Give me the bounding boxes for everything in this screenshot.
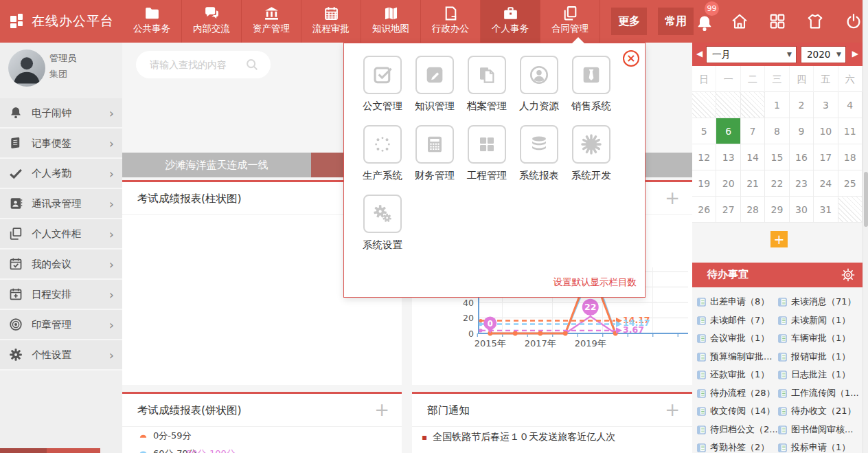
calendar-day-24[interactable]: 24 bbox=[814, 170, 838, 197]
calendar-day-4[interactable]: 4 bbox=[838, 92, 863, 118]
calendar-day-19[interactable]: 19 bbox=[692, 170, 716, 197]
popup-tile-生产系统[interactable]: 生产系统 bbox=[356, 125, 409, 182]
nav-item-资产管理[interactable]: 资产管理 bbox=[242, 0, 301, 43]
nav-item-合同管理[interactable]: 合同管理 bbox=[540, 0, 600, 43]
calendar-day-20[interactable]: 20 bbox=[716, 170, 740, 197]
todo-item[interactable]: 待归档公文（2... bbox=[696, 421, 777, 439]
nav-item-行政办公[interactable]: 行政办公 bbox=[421, 0, 481, 43]
sidebar-item-个人文件柜[interactable]: 个人文件柜 › bbox=[0, 219, 122, 250]
todo-item[interactable]: 车辆审批（1） bbox=[777, 329, 858, 348]
todo-item[interactable]: 日志批注（1） bbox=[777, 366, 858, 384]
calendar-next-icon[interactable]: ▶ bbox=[852, 49, 858, 58]
month-select[interactable]: 一月 ▼ bbox=[706, 46, 797, 63]
calendar-day-17[interactable]: 17 bbox=[814, 144, 838, 170]
popup-tile-工程管理[interactable]: 工程管理 bbox=[461, 125, 513, 182]
calendar-day-15[interactable]: 15 bbox=[765, 144, 789, 170]
calendar-day-2[interactable]: 2 bbox=[790, 92, 814, 118]
todo-item[interactable]: 未读消息（71） bbox=[777, 293, 858, 311]
calendar-day-9[interactable]: 9 bbox=[790, 118, 814, 144]
todo-item[interactable]: 预算编制审批... bbox=[696, 348, 777, 366]
popup-tile-销售系统[interactable]: 销售系统 bbox=[565, 56, 617, 113]
popup-settings-link[interactable]: 设置默认显示栏目数 bbox=[553, 276, 637, 289]
sidebar-item-日程安排[interactable]: 日程安排 › bbox=[0, 280, 122, 310]
nav-item-个人事务[interactable]: 个人事务 bbox=[481, 0, 540, 43]
popup-tile-档案管理[interactable]: 档案管理 bbox=[461, 56, 513, 113]
scrollbar-thumb[interactable] bbox=[864, 172, 868, 227]
todo-item[interactable]: 出差申请（8） bbox=[696, 293, 777, 311]
notifications-button[interactable]: 99 bbox=[695, 10, 720, 37]
calendar-day-7[interactable]: 7 bbox=[741, 118, 765, 144]
app-logo[interactable]: 在线办公平台 bbox=[10, 0, 122, 43]
calendar-day-11[interactable]: 11 bbox=[838, 118, 863, 144]
nav-item-知识地图[interactable]: 知识地图 bbox=[361, 0, 421, 43]
calendar-day-12[interactable]: 12 bbox=[692, 144, 716, 170]
calendar-day-26[interactable]: 26 bbox=[692, 197, 716, 223]
popup-tile-公文管理[interactable]: 公文管理 bbox=[356, 56, 409, 113]
sidebar-item-个人考勤[interactable]: 个人考勤 › bbox=[0, 159, 122, 189]
todo-item[interactable]: 还款审批（1） bbox=[696, 366, 777, 384]
todo-item[interactable]: 未读邮件（7） bbox=[696, 311, 777, 330]
calendar-day-10[interactable]: 10 bbox=[814, 118, 838, 144]
legend-item[interactable]: 0分-59分 bbox=[122, 427, 402, 445]
shirt-theme-icon[interactable] bbox=[806, 12, 825, 31]
page-scrollbar[interactable] bbox=[863, 0, 868, 453]
todo-item[interactable]: 会议审批（1） bbox=[696, 329, 777, 348]
calendar-day-22[interactable]: 22 bbox=[765, 170, 789, 197]
calendar-day-30[interactable]: 30 bbox=[790, 197, 814, 223]
year-select[interactable]: 2020 ▼ bbox=[801, 46, 846, 63]
popup-tile-财务管理[interactable]: 财务管理 bbox=[409, 125, 461, 182]
calendar-day-8[interactable]: 8 bbox=[765, 118, 789, 144]
gear-icon[interactable] bbox=[841, 267, 856, 283]
todo-item[interactable]: 收文传阅（14） bbox=[696, 402, 777, 421]
nav-item-内部交流[interactable]: 内部交流 bbox=[182, 0, 242, 43]
calendar-day-3[interactable]: 3 bbox=[814, 92, 838, 118]
nav-item-公共事务[interactable]: 公共事务 bbox=[122, 0, 182, 43]
todo-item[interactable]: 投标申请（1） bbox=[777, 439, 858, 453]
popup-tile-系统设置[interactable]: 系统设置 bbox=[356, 195, 409, 252]
plus-icon[interactable]: + bbox=[374, 399, 389, 420]
todo-item[interactable]: 报销审批（1） bbox=[777, 348, 858, 366]
popup-tile-系统开发[interactable]: 系统开发 bbox=[565, 125, 617, 182]
sidebar-item-个性设置[interactable]: 个性设置 › bbox=[0, 340, 122, 371]
favorites-button[interactable]: 常用 bbox=[658, 8, 694, 35]
calendar-day-21[interactable]: 21 bbox=[741, 170, 765, 197]
notice-item[interactable]: ▪ 全国铁路节后春运１０天发送旅客近亿人次 bbox=[412, 427, 692, 448]
sidebar-item-通讯录管理[interactable]: 通讯录管理 › bbox=[0, 189, 122, 219]
calendar-day-14[interactable]: 14 bbox=[741, 144, 765, 170]
sidebar-item-电子闹钟[interactable]: 电子闹钟 › bbox=[0, 98, 122, 129]
popup-tile-人力资源[interactable]: 人力资源 bbox=[513, 56, 565, 113]
calendar-day-16[interactable]: 16 bbox=[790, 144, 814, 170]
calendar-day-25[interactable]: 25 bbox=[838, 170, 863, 197]
calendar-day-31[interactable]: 31 bbox=[814, 197, 838, 223]
home-icon[interactable] bbox=[730, 12, 749, 31]
popup-tile-知识管理[interactable]: 知识管理 bbox=[409, 56, 461, 113]
sidebar-item-记事便签[interactable]: 记事便签 › bbox=[0, 129, 122, 159]
calendar-day-27[interactable]: 27 bbox=[716, 197, 740, 223]
calendar-prev-icon[interactable]: ◀ bbox=[696, 49, 703, 58]
calendar-day-6[interactable]: 6 bbox=[716, 118, 740, 144]
power-logout-icon[interactable] bbox=[844, 12, 863, 31]
sidebar-item-印章管理[interactable]: 印章管理 › bbox=[0, 310, 122, 340]
avatar[interactable] bbox=[8, 49, 45, 87]
apps-grid-icon[interactable] bbox=[768, 12, 787, 31]
search-input[interactable] bbox=[150, 56, 239, 73]
todo-item[interactable]: 工作流传阅（1... bbox=[777, 384, 858, 403]
close-icon[interactable]: × bbox=[623, 50, 639, 67]
todo-item[interactable]: 待办流程（28） bbox=[696, 384, 777, 403]
more-button[interactable]: 更多 bbox=[611, 8, 647, 35]
calendar-day-29[interactable]: 29 bbox=[765, 197, 789, 223]
todo-item[interactable]: 图书借阅审核... bbox=[777, 421, 858, 439]
calendar-day-28[interactable]: 28 bbox=[741, 197, 765, 223]
calendar-day-23[interactable]: 23 bbox=[790, 170, 814, 197]
plus-icon[interactable]: + bbox=[665, 399, 680, 420]
todo-item[interactable]: 待办收文（21） bbox=[777, 402, 858, 421]
calendar-day-1[interactable]: 1 bbox=[765, 92, 789, 118]
calendar-day-5[interactable]: 5 bbox=[692, 118, 716, 144]
calendar-day-18[interactable]: 18 bbox=[838, 144, 863, 170]
calendar-day-13[interactable]: 13 bbox=[716, 144, 740, 170]
popup-tile-系统报表[interactable]: 系统报表 bbox=[513, 125, 565, 182]
todo-item[interactable]: 考勤补签（2） bbox=[696, 439, 777, 453]
calendar-add-button[interactable]: + bbox=[770, 231, 788, 247]
legend-item[interactable]: 60分-79分 80分-100分 — bbox=[122, 445, 402, 453]
sidebar-item-我的会议[interactable]: 我的会议 › bbox=[0, 250, 122, 280]
